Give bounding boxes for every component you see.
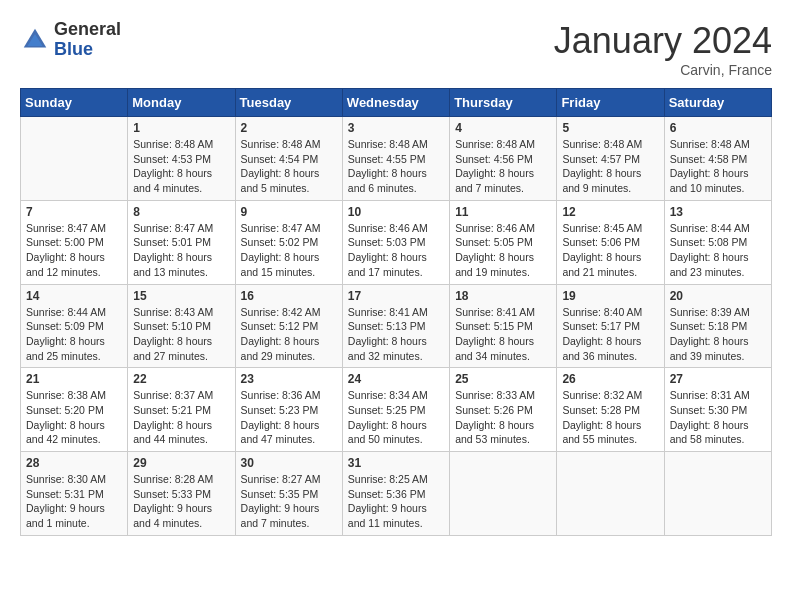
calendar-cell <box>664 452 771 536</box>
daylight-text: Daylight: 9 hours and 1 minute. <box>26 502 105 529</box>
cell-content: Sunrise: 8:41 AM Sunset: 5:13 PM Dayligh… <box>348 305 444 364</box>
daylight-text: Daylight: 8 hours and 7 minutes. <box>455 167 534 194</box>
header-row: SundayMondayTuesdayWednesdayThursdayFrid… <box>21 89 772 117</box>
calendar-table: SundayMondayTuesdayWednesdayThursdayFrid… <box>20 88 772 536</box>
sunrise-text: Sunrise: 8:30 AM <box>26 473 106 485</box>
cell-content: Sunrise: 8:48 AM Sunset: 4:56 PM Dayligh… <box>455 137 551 196</box>
cell-content: Sunrise: 8:30 AM Sunset: 5:31 PM Dayligh… <box>26 472 122 531</box>
calendar-cell: 2 Sunrise: 8:48 AM Sunset: 4:54 PM Dayli… <box>235 117 342 201</box>
sunset-text: Sunset: 5:25 PM <box>348 404 426 416</box>
sunset-text: Sunset: 5:05 PM <box>455 236 533 248</box>
daylight-text: Daylight: 8 hours and 34 minutes. <box>455 335 534 362</box>
cell-content: Sunrise: 8:31 AM Sunset: 5:30 PM Dayligh… <box>670 388 766 447</box>
cell-content: Sunrise: 8:44 AM Sunset: 5:08 PM Dayligh… <box>670 221 766 280</box>
day-number: 28 <box>26 456 122 470</box>
daylight-text: Daylight: 8 hours and 55 minutes. <box>562 419 641 446</box>
daylight-text: Daylight: 8 hours and 32 minutes. <box>348 335 427 362</box>
sunset-text: Sunset: 5:10 PM <box>133 320 211 332</box>
sunrise-text: Sunrise: 8:42 AM <box>241 306 321 318</box>
cell-content: Sunrise: 8:46 AM Sunset: 5:03 PM Dayligh… <box>348 221 444 280</box>
day-number: 22 <box>133 372 229 386</box>
logo-icon <box>20 25 50 55</box>
sunrise-text: Sunrise: 8:46 AM <box>455 222 535 234</box>
sunrise-text: Sunrise: 8:43 AM <box>133 306 213 318</box>
cell-content: Sunrise: 8:46 AM Sunset: 5:05 PM Dayligh… <box>455 221 551 280</box>
calendar-cell <box>450 452 557 536</box>
calendar-cell: 3 Sunrise: 8:48 AM Sunset: 4:55 PM Dayli… <box>342 117 449 201</box>
cell-content: Sunrise: 8:47 AM Sunset: 5:02 PM Dayligh… <box>241 221 337 280</box>
daylight-text: Daylight: 8 hours and 47 minutes. <box>241 419 320 446</box>
cell-content: Sunrise: 8:33 AM Sunset: 5:26 PM Dayligh… <box>455 388 551 447</box>
day-number: 24 <box>348 372 444 386</box>
sunrise-text: Sunrise: 8:44 AM <box>26 306 106 318</box>
calendar-cell: 1 Sunrise: 8:48 AM Sunset: 4:53 PM Dayli… <box>128 117 235 201</box>
sunset-text: Sunset: 5:31 PM <box>26 488 104 500</box>
daylight-text: Daylight: 8 hours and 29 minutes. <box>241 335 320 362</box>
calendar-cell: 30 Sunrise: 8:27 AM Sunset: 5:35 PM Dayl… <box>235 452 342 536</box>
cell-content: Sunrise: 8:34 AM Sunset: 5:25 PM Dayligh… <box>348 388 444 447</box>
sunset-text: Sunset: 5:01 PM <box>133 236 211 248</box>
daylight-text: Daylight: 8 hours and 58 minutes. <box>670 419 749 446</box>
sunset-text: Sunset: 5:02 PM <box>241 236 319 248</box>
location: Carvin, France <box>554 62 772 78</box>
day-number: 1 <box>133 121 229 135</box>
calendar-cell: 19 Sunrise: 8:40 AM Sunset: 5:17 PM Dayl… <box>557 284 664 368</box>
calendar-cell: 22 Sunrise: 8:37 AM Sunset: 5:21 PM Dayl… <box>128 368 235 452</box>
sunset-text: Sunset: 5:28 PM <box>562 404 640 416</box>
calendar-cell: 29 Sunrise: 8:28 AM Sunset: 5:33 PM Dayl… <box>128 452 235 536</box>
day-number: 3 <box>348 121 444 135</box>
sunrise-text: Sunrise: 8:40 AM <box>562 306 642 318</box>
daylight-text: Daylight: 8 hours and 17 minutes. <box>348 251 427 278</box>
cell-content: Sunrise: 8:43 AM Sunset: 5:10 PM Dayligh… <box>133 305 229 364</box>
daylight-text: Daylight: 9 hours and 11 minutes. <box>348 502 427 529</box>
calendar-cell <box>557 452 664 536</box>
column-header-friday: Friday <box>557 89 664 117</box>
calendar-cell: 28 Sunrise: 8:30 AM Sunset: 5:31 PM Dayl… <box>21 452 128 536</box>
logo-general: General <box>54 20 121 40</box>
sunset-text: Sunset: 5:12 PM <box>241 320 319 332</box>
daylight-text: Daylight: 8 hours and 53 minutes. <box>455 419 534 446</box>
sunrise-text: Sunrise: 8:27 AM <box>241 473 321 485</box>
sunrise-text: Sunrise: 8:34 AM <box>348 389 428 401</box>
sunrise-text: Sunrise: 8:48 AM <box>455 138 535 150</box>
column-header-saturday: Saturday <box>664 89 771 117</box>
cell-content: Sunrise: 8:45 AM Sunset: 5:06 PM Dayligh… <box>562 221 658 280</box>
sunset-text: Sunset: 5:20 PM <box>26 404 104 416</box>
sunset-text: Sunset: 5:33 PM <box>133 488 211 500</box>
cell-content: Sunrise: 8:27 AM Sunset: 5:35 PM Dayligh… <box>241 472 337 531</box>
title-block: January 2024 Carvin, France <box>554 20 772 78</box>
calendar-cell: 25 Sunrise: 8:33 AM Sunset: 5:26 PM Dayl… <box>450 368 557 452</box>
cell-content: Sunrise: 8:48 AM Sunset: 4:58 PM Dayligh… <box>670 137 766 196</box>
sunrise-text: Sunrise: 8:37 AM <box>133 389 213 401</box>
calendar-cell: 14 Sunrise: 8:44 AM Sunset: 5:09 PM Dayl… <box>21 284 128 368</box>
daylight-text: Daylight: 8 hours and 25 minutes. <box>26 335 105 362</box>
cell-content: Sunrise: 8:48 AM Sunset: 4:53 PM Dayligh… <box>133 137 229 196</box>
day-number: 31 <box>348 456 444 470</box>
calendar-cell: 24 Sunrise: 8:34 AM Sunset: 5:25 PM Dayl… <box>342 368 449 452</box>
cell-content: Sunrise: 8:48 AM Sunset: 4:57 PM Dayligh… <box>562 137 658 196</box>
sunrise-text: Sunrise: 8:47 AM <box>26 222 106 234</box>
day-number: 25 <box>455 372 551 386</box>
sunrise-text: Sunrise: 8:48 AM <box>348 138 428 150</box>
sunset-text: Sunset: 5:36 PM <box>348 488 426 500</box>
day-number: 20 <box>670 289 766 303</box>
daylight-text: Daylight: 8 hours and 23 minutes. <box>670 251 749 278</box>
sunrise-text: Sunrise: 8:31 AM <box>670 389 750 401</box>
logo-blue: Blue <box>54 40 121 60</box>
calendar-cell: 4 Sunrise: 8:48 AM Sunset: 4:56 PM Dayli… <box>450 117 557 201</box>
day-number: 27 <box>670 372 766 386</box>
sunset-text: Sunset: 4:57 PM <box>562 153 640 165</box>
cell-content: Sunrise: 8:48 AM Sunset: 4:55 PM Dayligh… <box>348 137 444 196</box>
cell-content: Sunrise: 8:32 AM Sunset: 5:28 PM Dayligh… <box>562 388 658 447</box>
sunrise-text: Sunrise: 8:36 AM <box>241 389 321 401</box>
sunset-text: Sunset: 5:13 PM <box>348 320 426 332</box>
sunrise-text: Sunrise: 8:38 AM <box>26 389 106 401</box>
daylight-text: Daylight: 8 hours and 4 minutes. <box>133 167 212 194</box>
sunset-text: Sunset: 5:17 PM <box>562 320 640 332</box>
sunset-text: Sunset: 4:54 PM <box>241 153 319 165</box>
day-number: 4 <box>455 121 551 135</box>
week-row-4: 21 Sunrise: 8:38 AM Sunset: 5:20 PM Dayl… <box>21 368 772 452</box>
cell-content: Sunrise: 8:28 AM Sunset: 5:33 PM Dayligh… <box>133 472 229 531</box>
sunset-text: Sunset: 5:08 PM <box>670 236 748 248</box>
sunset-text: Sunset: 5:26 PM <box>455 404 533 416</box>
